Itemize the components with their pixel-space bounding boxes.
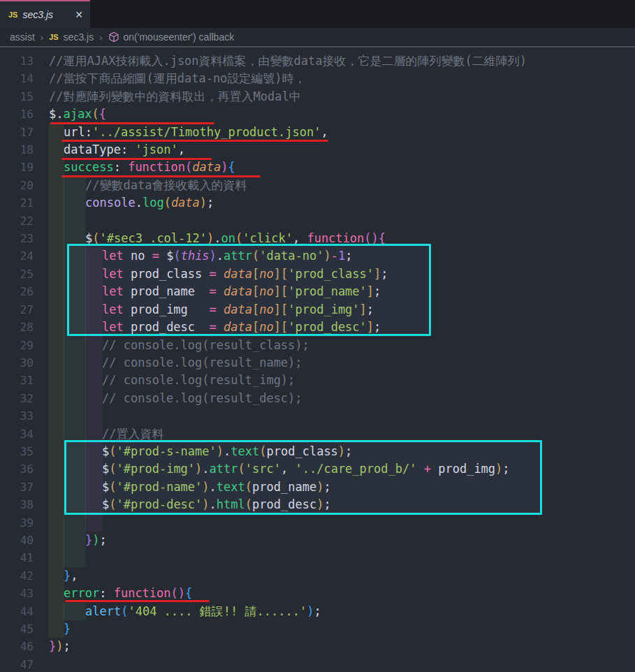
code-text: //運用AJAX技術載入.json資料檔案，由變數data接收，它是二層的陣列變… [49,52,527,70]
code-line-19[interactable]: 19success: function(data){ [0,159,635,176]
code-token: . [136,196,143,210]
indent-guide [64,407,86,425]
code-line-21[interactable]: 21console.log(data); [0,194,635,212]
code-line-16[interactable]: 16$.ajax({ [0,105,635,123]
line-number: 13 [0,52,34,70]
code-token: : [99,586,113,600]
code-line-15[interactable]: 15//對應陣列變數中的資料取出，再置入Modal中 [0,88,635,105]
breadcrumb-item-symbol[interactable]: on('mouseenter') callback [108,31,235,43]
code-token: '404 .... 錯誤!! 請......' [128,604,307,618]
line-number: 24 [0,247,34,265]
breadcrumb-separator: › [99,32,102,43]
indent-guide [64,549,86,567]
code-token: ) [200,196,207,210]
code-line-20[interactable]: 20//變數data會接收載入的資料 [0,177,635,194]
code-line-45[interactable]: 45} [0,620,635,638]
indent-guide [64,212,86,230]
code-token: error [64,586,99,600]
code-token: ( [185,160,192,174]
code-line-30[interactable]: 30// console.log(result_name); [0,354,635,372]
code-token: function [114,586,171,600]
code-line-18[interactable]: 18dataType: 'json', [0,141,635,159]
code-token: console [85,196,136,210]
code-token: { [185,586,192,600]
line-number: 22 [0,212,34,230]
cyan-box-variables [67,244,431,336]
line-number: 26 [0,283,34,300]
code-line-40[interactable]: 40}); [0,532,635,549]
code-line-14[interactable]: 14//當按下商品縮圖(運用data-no設定編號)時， [0,70,635,87]
code-line-32[interactable]: 32// console.log(result_desc); [0,390,635,407]
tab-bar: JS sec3.js ✕ [0,0,635,28]
line-number: 23 [0,230,34,247]
line-number: 18 [0,141,34,159]
code-text: } [49,620,71,638]
code-token: ( [164,196,171,210]
indent-guide [49,407,64,425]
code-line-13[interactable]: 13//運用AJAX技術載入.json資料檔案，由變數data接收，它是二層的陣… [0,52,635,70]
tab-sec3js[interactable]: JS sec3.js ✕ [0,0,90,28]
red-underline-url [61,140,328,142]
breadcrumb-separator: › [41,32,43,43]
line-number: 17 [0,124,34,141]
indent-guide [49,514,64,532]
line-number: 21 [0,194,34,212]
code-line-29[interactable]: 29// console.log(result_class); [0,337,635,354]
line-number: 25 [0,265,34,283]
code-line-41[interactable]: 41 [0,549,635,567]
code-line-22[interactable]: 22 [0,212,635,230]
breadcrumb-item-file[interactable]: JS sec3.js [49,31,94,43]
js-file-icon: JS [8,10,17,19]
line-number: 19 [0,159,34,176]
code-token: : [114,160,128,174]
tab-label: sec3.js [22,9,71,20]
code-token: data [171,196,200,210]
code-line-42[interactable]: 42}, [0,567,635,585]
line-number: 44 [0,603,34,620]
line-number: 45 [0,620,34,638]
red-underline-success [61,175,261,177]
breadcrumb-file-label: sec3.js [64,31,94,43]
code-token: ; [207,196,214,210]
line-number: 33 [0,407,34,425]
breadcrumb-item-assist[interactable]: assist [10,31,35,43]
symbol-cube-icon [108,31,119,43]
code-line-17[interactable]: 17url:'../assist/Timothy_product.json', [0,124,635,141]
code-editor[interactable]: 13//運用AJAX技術載入.json資料檔案，由變數data接收，它是二層的陣… [0,49,635,672]
code-line-33[interactable]: 33 [0,407,635,425]
code-text: dataType: 'json', [49,141,185,159]
code-text: //當按下商品縮圖(運用data-no設定編號)時， [49,70,306,87]
code-token: //對應陣列變數中的資料取出，再置入Modal中 [49,89,301,103]
line-number: 14 [0,70,34,87]
code-line-46[interactable]: 46}); [0,638,635,655]
line-number: 46 [0,638,34,655]
code-token: } [85,533,92,547]
code-line-31[interactable]: 31// console.log(result_img); [0,372,635,389]
code-token: } [64,622,71,636]
line-number: 20 [0,177,34,194]
line-number: 34 [0,425,34,443]
tab-close-icon[interactable]: ✕ [75,9,83,20]
indent-guide [49,212,64,230]
line-number: 40 [0,532,34,549]
indent-guide [64,514,86,532]
code-line-39[interactable]: 39 [0,514,635,532]
vscode-window: JS sec3.js ✕ assist › JS sec3.js › on('m… [0,0,635,672]
code-token: //變數data會接收載入的資料 [85,178,247,192]
line-number: 42 [0,567,34,585]
line-number: 37 [0,479,34,496]
code-line-44[interactable]: 44alert('404 .... 錯誤!! 請......'); [0,603,635,620]
line-number: 29 [0,337,34,354]
line-number: 31 [0,372,34,389]
line-number: 38 [0,496,34,513]
code-line-47[interactable]: 47 [0,656,635,672]
code-token: ) [92,533,99,547]
code-token: data [192,160,221,174]
code-token: ) [178,586,185,600]
code-token: //置入資料 [102,427,163,441]
code-token: , [321,125,328,139]
code-token: ; [64,639,71,653]
red-underline-ajax [50,122,214,124]
breadcrumb-symbol-label: on('mouseenter') callback [124,31,235,43]
code-token: , [178,143,185,156]
